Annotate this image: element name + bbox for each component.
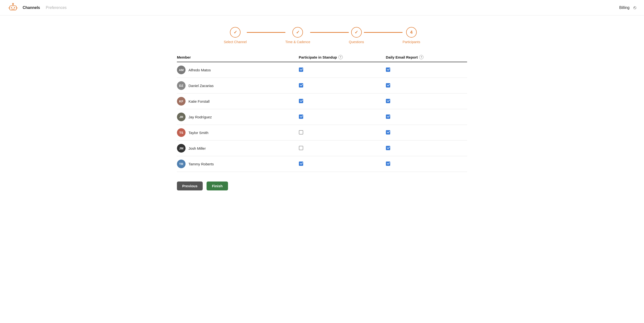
action-buttons: Previous Finish <box>177 182 467 202</box>
avatar: DZ <box>177 81 186 90</box>
daily-email-checkbox-4[interactable] <box>386 130 390 134</box>
main-nav: Channels Preferences <box>23 6 66 10</box>
previous-button[interactable]: Previous <box>177 182 203 190</box>
participate-checkbox-0[interactable] <box>299 68 303 72</box>
header-right: Billing ⎋ <box>619 5 636 10</box>
stepper: ✓ Select Channel ✓ Time & Cadence ✓ Ques… <box>0 16 644 52</box>
member-cell-2: KF Katie Forstall <box>177 94 293 109</box>
connector-1 <box>247 32 285 33</box>
participate-checkbox-4[interactable] <box>299 130 303 134</box>
step-4-number: 4 <box>410 30 412 35</box>
step-2-label: Time & Cadence <box>285 40 310 44</box>
svg-rect-2 <box>14 7 15 8</box>
finish-button[interactable]: Finish <box>206 182 228 190</box>
participate-checkbox-cell-2 <box>293 94 380 109</box>
participate-checkbox-6[interactable] <box>299 162 303 166</box>
step-2-icon: ✓ <box>296 30 300 35</box>
daily-email-checkbox-cell-2 <box>380 94 467 109</box>
main-content: Member Participate in Standup ? Daily Em… <box>165 52 479 202</box>
table-row: KF Katie Forstall <box>177 94 467 109</box>
svg-text:DZ: DZ <box>179 84 183 88</box>
connector-2 <box>310 32 349 33</box>
participate-help-icon[interactable]: ? <box>338 55 343 59</box>
step-1-icon: ✓ <box>234 30 237 35</box>
member-name: Taylor Smith <box>188 131 208 135</box>
step-3-label: Questions <box>349 40 364 44</box>
member-name: Tammy Roberts <box>188 162 214 166</box>
member-name: Alfredo Matos <box>188 68 211 72</box>
member-name: Daniel Zacarias <box>188 84 214 88</box>
member-name: Josh Miller <box>188 146 206 150</box>
member-name: Katie Forstall <box>188 99 210 104</box>
svg-text:KF: KF <box>179 100 183 103</box>
member-cell-6: TR Tammy Roberts <box>177 156 293 172</box>
svg-text:TS: TS <box>179 131 184 134</box>
step-3-icon: ✓ <box>354 30 358 35</box>
participate-checkbox-cell-0 <box>293 62 380 78</box>
connector-3 <box>364 32 402 33</box>
participate-checkbox-cell-5 <box>293 140 380 156</box>
logout-icon[interactable]: ⎋ <box>634 5 636 10</box>
svg-text:JM: JM <box>179 146 184 150</box>
step-4-circle: 4 <box>406 27 417 38</box>
daily-email-checkbox-2[interactable] <box>386 99 390 103</box>
daily-email-checkbox-1[interactable] <box>386 83 390 88</box>
participate-checkbox-1[interactable] <box>299 83 303 88</box>
member-cell-3: JR Jay Rodríguez <box>177 109 293 125</box>
step-4-label: Participants <box>402 40 420 44</box>
daily-email-checkbox-0[interactable] <box>386 68 390 72</box>
avatar: AM <box>177 66 186 74</box>
participate-checkbox-cell-4 <box>293 125 380 140</box>
daily-email-checkbox-6[interactable] <box>386 162 390 166</box>
member-cell-1: DZ Daniel Zacarias <box>177 78 293 94</box>
daily-email-checkbox-3[interactable] <box>386 114 390 119</box>
participants-table: Member Participate in Standup ? Daily Em… <box>177 52 467 172</box>
participate-checkbox-3[interactable] <box>299 114 303 119</box>
col-daily-email: Daily Email Report ? <box>380 52 467 62</box>
daily-email-help-icon[interactable]: ? <box>419 55 424 59</box>
daily-email-checkbox-cell-3 <box>380 109 467 125</box>
avatar: JR <box>177 112 186 121</box>
table-header-row: Member Participate in Standup ? Daily Em… <box>177 52 467 62</box>
step-1-label: Select Channel <box>224 40 247 44</box>
table-row: TR Tammy Roberts <box>177 156 467 172</box>
col-member: Member <box>177 52 293 62</box>
svg-text:AM: AM <box>179 68 184 72</box>
daily-email-checkbox-cell-4 <box>380 125 467 140</box>
step-1: ✓ Select Channel <box>224 27 247 44</box>
member-cell-0: AM Alfredo Matos <box>177 62 293 78</box>
step-1-circle: ✓ <box>230 27 240 38</box>
table-row: JM Josh Miller <box>177 140 467 156</box>
participate-checkbox-cell-1 <box>293 78 380 94</box>
participate-checkbox-5[interactable] <box>299 146 303 150</box>
svg-rect-1 <box>11 7 12 8</box>
avatar: TR <box>177 160 186 168</box>
table-row: JR Jay Rodríguez <box>177 109 467 125</box>
step-2: ✓ Time & Cadence <box>285 27 310 44</box>
member-cell-4: TS Taylor Smith <box>177 125 293 140</box>
svg-rect-0 <box>10 6 16 10</box>
nav-preferences[interactable]: Preferences <box>46 6 66 10</box>
avatar: JM <box>177 144 186 152</box>
daily-email-checkbox-cell-6 <box>380 156 467 172</box>
app-header: Channels Preferences Billing ⎋ <box>0 0 644 16</box>
participate-checkbox-cell-3 <box>293 109 380 125</box>
member-name: Jay Rodríguez <box>188 115 212 119</box>
table-row: TS Taylor Smith <box>177 125 467 140</box>
participate-checkbox-2[interactable] <box>299 99 303 103</box>
daily-email-checkbox-cell-5 <box>380 140 467 156</box>
step-2-circle: ✓ <box>292 27 303 38</box>
avatar: KF <box>177 97 186 106</box>
svg-text:JR: JR <box>179 115 184 119</box>
step-3-circle: ✓ <box>351 27 362 38</box>
nav-channels[interactable]: Channels <box>23 6 40 10</box>
svg-text:TR: TR <box>179 162 184 166</box>
daily-email-checkbox-cell-0 <box>380 62 467 78</box>
step-3: ✓ Questions <box>349 27 364 44</box>
table-row: AM Alfredo Matos <box>177 62 467 78</box>
table-row: DZ Daniel Zacarias <box>177 78 467 94</box>
daily-email-checkbox-5[interactable] <box>386 146 390 150</box>
member-cell-5: JM Josh Miller <box>177 140 293 156</box>
billing-link[interactable]: Billing <box>619 6 630 10</box>
col-participate: Participate in Standup ? <box>293 52 380 62</box>
